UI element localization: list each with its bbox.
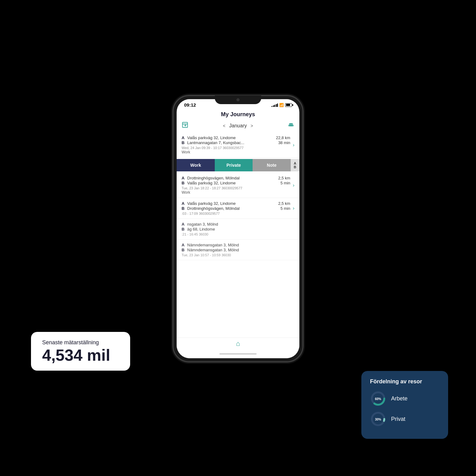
journey-item-content: A Drottninghögsvägen, Mölndal 2,5 km B V… — [182, 176, 290, 195]
route-address-a: Valås parkväg 32, Lindome — [187, 201, 273, 206]
fordelning-row-arbete: 60% Arbete — [370, 390, 439, 407]
car-icon[interactable] — [288, 121, 294, 130]
signal-bar-1 — [271, 106, 272, 107]
route-line-b: B Valås parkväg 32, Lindome 5 min — [182, 181, 290, 185]
route-line-a: A Valås parkväg 32, Lindome 22,8 km — [182, 135, 290, 140]
fordelning-name-privat: Privat — [391, 416, 405, 422]
senaste-label: Senaste mätarställning — [42, 339, 119, 346]
route-address-a: Valås parkväg 32, Lindome — [187, 135, 273, 140]
month-label: January — [229, 123, 247, 129]
journey-route: A Drottninghögsvägen, Mölndal 2,5 km B V… — [182, 176, 290, 186]
route-line-b: B Nämndemansgatan 3, Mölnd — [182, 248, 294, 252]
route-distance: 2,5 km — [275, 176, 290, 180]
route-line-a: A Nämndemansgatan 3, Mölnd — [182, 243, 294, 247]
fordelning-name-arbete: Arbete — [391, 395, 408, 402]
journey-item-content: A Valås parkväg 32, Lindome 2,5 km B Dro… — [182, 201, 290, 215]
route-duration: 5 min — [275, 206, 290, 211]
notch-camera — [236, 98, 240, 101]
route-letter-a: A — [182, 201, 185, 206]
journey-meta: Tue, 23 Jan 10:57 - 10:59 36030 — [182, 253, 294, 257]
document-icon[interactable] — [182, 121, 188, 130]
fordelning-title: Fördelning av resor — [370, 378, 439, 385]
journey-item[interactable]: A Valås parkväg 32, Lindome 2,5 km B Dro… — [177, 198, 299, 219]
route-letter-b: B — [182, 140, 185, 145]
journey-route: A nsgatan 3, Mölnd B äg 68, Lindome — [182, 222, 294, 232]
route-letter-a: A — [182, 135, 185, 140]
phone-shell: 09:12 📶 My Journeys — [173, 95, 303, 362]
journey-item-content: A Valås parkväg 32, Lindome 22,8 km B La… — [182, 135, 290, 154]
signal-bar-3 — [274, 105, 275, 107]
fordelning-card: Fördelning av resor 60% Arbete 30% Priva… — [361, 371, 448, 439]
route-address-a: Drottninghögsvägen, Mölndal — [187, 176, 273, 180]
svg-text:60%: 60% — [375, 397, 381, 401]
signal-bar-4 — [276, 104, 277, 107]
category-work-button[interactable]: Work — [177, 159, 215, 171]
senaste-card: Senaste mätarställning 4,534 mil — [31, 332, 130, 371]
ab-label-b: B — [294, 165, 296, 169]
home-indicator — [177, 350, 299, 358]
journey-meta: Tue, 23 Jan 18:22 - 18:27 36030029577 — [182, 186, 290, 190]
signal-bar-5 — [277, 104, 278, 107]
home-bar — [219, 353, 257, 355]
journey-item[interactable]: A Nämndemansgatan 3, Mölnd B Nämndemansg… — [177, 240, 299, 260]
route-points: A Valås parkväg 32, Lindome 2,5 km B Dro… — [182, 201, 290, 211]
chevron-right-icon: › — [293, 142, 294, 148]
route-letter-a: A — [182, 176, 185, 180]
route-line-b: B Drottninghögsvägen, Mölndal 5 min — [182, 206, 290, 211]
wifi-icon: 📶 — [279, 103, 284, 107]
journey-meta: Wed, 24 Jan 09:39 - 10:17 36030029577 — [182, 146, 290, 150]
journey-list: A Valås parkväg 32, Lindome 22,8 km B La… — [177, 132, 299, 337]
next-month-button[interactable]: > — [250, 123, 253, 128]
route-line-b: B Lantmannagatan 7, Kungsbac... 38 min — [182, 140, 290, 145]
route-duration: 38 min — [275, 140, 290, 145]
route-letter-a: A — [182, 222, 185, 227]
svg-rect-0 — [183, 122, 188, 128]
month-nav-center: < January > — [223, 123, 253, 129]
route-address-b: äg 68, Lindome — [187, 227, 294, 231]
route-address-a: nsgatan 3, Mölnd — [187, 222, 294, 227]
senaste-value: 4,534 mil — [42, 347, 119, 363]
battery-fill — [286, 104, 290, 106]
journey-route: A Valås parkväg 32, Lindome 2,5 km B Dro… — [182, 201, 290, 211]
route-address-b: Lantmannagatan 7, Kungsbac... — [187, 140, 273, 145]
route-address-a: Nämndemansgatan 3, Mölnd — [187, 243, 294, 247]
journey-item-content: A nsgatan 3, Mölnd B äg 68, Lindome :21 … — [182, 222, 294, 236]
route-letter-b: B — [182, 181, 185, 185]
route-points: A Nämndemansgatan 3, Mölnd B Nämndemansg… — [182, 243, 294, 253]
app-title: My Journeys — [177, 109, 299, 119]
home-tab-icon[interactable]: ⌂ — [236, 340, 240, 348]
journey-meta: :03 - 17:09 36030029577 — [182, 212, 290, 215]
route-line-a: A Drottninghögsvägen, Mölndal 2,5 km — [182, 176, 290, 180]
journey-item[interactable]: A Drottninghögsvägen, Mölndal 2,5 km B V… — [177, 173, 299, 198]
prev-month-button[interactable]: < — [223, 123, 225, 128]
category-selector: Work Private Note A B — [177, 159, 299, 171]
ab-label-a: A — [294, 161, 296, 165]
tab-bar: ⌂ — [177, 337, 299, 350]
chevron-right-icon: › — [293, 205, 294, 211]
status-time: 09:12 — [184, 102, 196, 108]
route-distance: 22,8 km — [275, 135, 290, 140]
route-address-b: Valås parkväg 32, Lindome — [187, 181, 273, 185]
notch — [215, 95, 261, 104]
route-distance: 2,5 km — [275, 201, 290, 206]
journey-type: Work — [182, 150, 290, 154]
route-points: A Drottninghögsvägen, Mölndal 2,5 km B V… — [182, 176, 290, 186]
donut-chart-arbete: 60% — [370, 390, 386, 407]
signal-bars-icon — [271, 103, 278, 107]
route-letter-a: A — [182, 243, 185, 247]
status-icons: 📶 — [271, 103, 292, 107]
fordelning-row-privat: 30% Privat — [370, 411, 439, 427]
category-private-button[interactable]: Private — [215, 159, 253, 171]
journey-item[interactable]: A nsgatan 3, Mölnd B äg 68, Lindome :21 … — [177, 219, 299, 240]
svg-text:30%: 30% — [375, 418, 381, 421]
route-points: A Valås parkväg 32, Lindome 22,8 km B La… — [182, 135, 290, 145]
journey-item[interactable]: A Valås parkväg 32, Lindome 22,8 km B La… — [177, 132, 299, 158]
category-ab: A B — [291, 159, 299, 171]
category-note-button[interactable]: Note — [253, 159, 291, 171]
journey-meta: :21 - 16:45 36030 — [182, 232, 294, 236]
phone-screen: 09:12 📶 My Journeys — [177, 99, 299, 358]
battery-icon — [285, 103, 292, 107]
route-line-a: A nsgatan 3, Mölnd — [182, 222, 294, 227]
route-letter-b: B — [182, 206, 185, 211]
journey-route: A Valås parkväg 32, Lindome 22,8 km B La… — [182, 135, 290, 145]
